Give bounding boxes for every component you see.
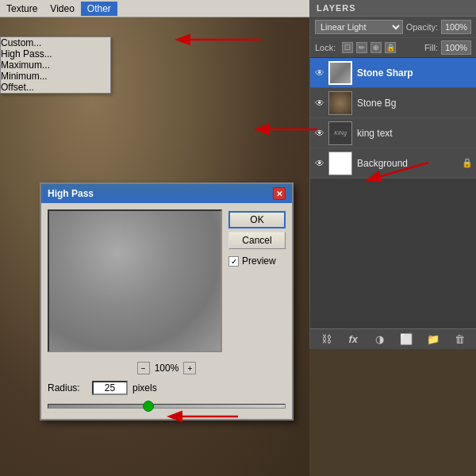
eye-icon-king-text[interactable]: 👁 xyxy=(313,127,326,140)
radius-input[interactable] xyxy=(92,381,128,395)
thumb-background xyxy=(328,152,352,175)
submenu-other: Custom... High Pass... Maximum... Minimu… xyxy=(0,36,111,94)
layer-name-stone-sharp: Stone Sharp xyxy=(357,67,473,79)
zoom-row: − 100% + xyxy=(48,362,286,374)
preview-row: ✓ Preview xyxy=(228,255,286,267)
menu-highpass[interactable]: High Pass... xyxy=(1,48,110,60)
layer-row-stone-bg[interactable]: 👁 Stone Bg xyxy=(310,88,476,118)
layers-panel-title: LAYERS xyxy=(310,0,476,17)
lock-icon-all[interactable]: 🔒 xyxy=(385,42,396,53)
blend-mode-row: Linear Light Opacity: xyxy=(310,17,476,38)
layer-name-stone-bg: Stone Bg xyxy=(357,98,473,109)
layer-name-king-text: king text xyxy=(357,128,473,139)
menu-bar: Texture Video Other xyxy=(0,0,309,17)
folder-icon[interactable]: 📁 xyxy=(425,332,441,347)
layers-bottom-toolbar: ⛓ fx ◑ ⬜ 📁 🗑 xyxy=(310,328,476,349)
eye-icon-stone-sharp[interactable]: 👁 xyxy=(313,67,326,79)
eye-icon-background[interactable]: 👁 xyxy=(313,157,326,170)
fill-input[interactable] xyxy=(441,40,471,55)
menu-texture[interactable]: Texture xyxy=(0,2,44,16)
layers-panel: LAYERS Linear Light Opacity: Lock: ☐ ✏ ⊕… xyxy=(309,0,476,349)
slider-thumb[interactable] xyxy=(143,401,154,412)
menu-offset[interactable]: Offset... xyxy=(1,82,110,93)
mask-icon[interactable]: ⬜ xyxy=(398,332,414,347)
zoom-out-button[interactable]: − xyxy=(137,362,150,374)
radius-label: Radius: xyxy=(48,382,87,393)
layer-row-stone-sharp[interactable]: 👁 Stone Sharp xyxy=(310,58,476,88)
preview-image xyxy=(49,211,221,351)
layer-row-background[interactable]: 👁 Background 🔒 xyxy=(310,148,476,178)
fill-label: Fill: xyxy=(424,43,438,52)
preview-label: Preview xyxy=(242,255,276,267)
thumb-king-text: KINg xyxy=(328,121,352,145)
menu-video[interactable]: Video xyxy=(44,2,80,16)
ok-button[interactable]: OK xyxy=(228,211,286,228)
radius-slider[interactable] xyxy=(48,400,286,413)
menu-minimum[interactable]: Minimum... xyxy=(1,71,110,82)
dialog-box: High Pass ✕ OK Cancel ✓ Preview − 100% xyxy=(40,182,294,420)
eye-icon-stone-bg[interactable]: 👁 xyxy=(313,97,326,109)
dialog-titlebar: High Pass ✕ xyxy=(41,184,292,203)
dialog-content: OK Cancel ✓ Preview xyxy=(41,203,292,359)
lock-label: Lock: xyxy=(315,43,336,52)
highpass-dialog: High Pass ✕ OK Cancel ✓ Preview − 100% xyxy=(40,182,294,420)
thumb-stone-sharp xyxy=(328,61,352,85)
zoom-percent: 100% xyxy=(155,363,179,374)
menu-other[interactable]: Other xyxy=(81,2,117,16)
dialog-buttons-area: OK Cancel ✓ Preview xyxy=(228,209,286,352)
link-icon[interactable]: ⛓ xyxy=(319,332,335,347)
opacity-label: Opacity: xyxy=(406,22,438,32)
menu-custom[interactable]: Custom... xyxy=(1,37,110,48)
preview-checkbox[interactable]: ✓ xyxy=(228,256,239,267)
dialog-title: High Pass xyxy=(48,188,94,199)
zoom-in-button[interactable]: + xyxy=(183,362,196,374)
slider-track xyxy=(48,404,286,409)
dialog-preview-area[interactable] xyxy=(48,209,222,352)
lock-row: Lock: ☐ ✏ ⊕ 🔒 Fill: xyxy=(310,38,476,58)
menu-maximum[interactable]: Maximum... xyxy=(1,60,110,71)
adjustment-icon[interactable]: ◑ xyxy=(372,332,388,347)
pixels-label: pixels xyxy=(132,382,157,393)
lock-icon-check[interactable]: ☐ xyxy=(342,42,353,53)
layer-row-king-text[interactable]: 👁 KINg king text xyxy=(310,118,476,148)
lock-background-icon: 🔒 xyxy=(462,158,473,168)
delete-icon[interactable]: 🗑 xyxy=(451,332,467,347)
lock-icon-pen[interactable]: ✏ xyxy=(356,42,367,53)
lock-icon-move[interactable]: ⊕ xyxy=(370,42,382,53)
blend-mode-select[interactable]: Linear Light xyxy=(315,20,403,34)
dialog-footer: − 100% + Radius: pixels xyxy=(41,359,292,419)
thumb-stone-bg xyxy=(328,91,352,115)
cancel-button[interactable]: Cancel xyxy=(228,232,286,249)
radius-row: Radius: pixels xyxy=(48,381,286,395)
opacity-input[interactable] xyxy=(441,20,471,34)
layer-name-background: Background xyxy=(357,158,462,169)
dialog-close-button[interactable]: ✕ xyxy=(273,187,286,200)
fx-icon[interactable]: fx xyxy=(345,332,361,347)
